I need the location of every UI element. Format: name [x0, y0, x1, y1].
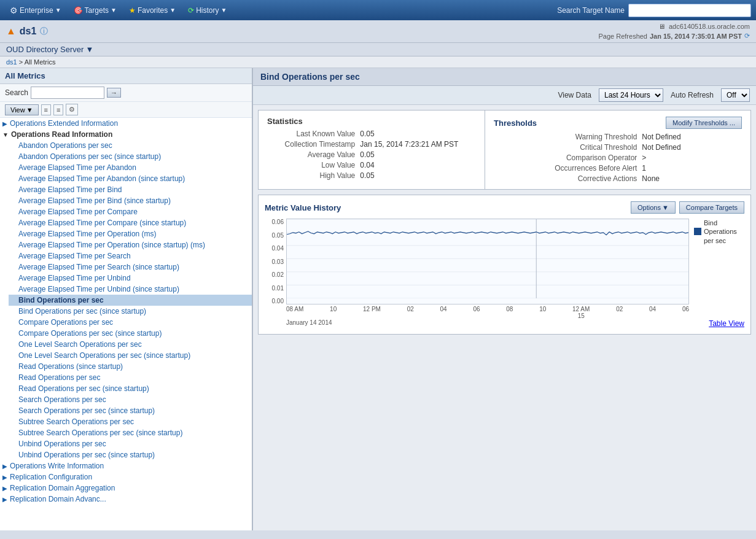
ops-extended-label: Operations Extended Information	[10, 119, 118, 128]
chart-area: 0.06 0.05 0.04 0.03 0.02 0.01 0.00	[265, 219, 744, 304]
warning-value: Not Defined	[642, 133, 742, 141]
favorites-label: Favorites	[138, 6, 168, 15]
nav-enterprise[interactable]: ⚙ Enterprise ▼	[5, 4, 66, 17]
tree-group-operations-extended[interactable]: ▶ Operations Extended Information	[0, 118, 252, 129]
tree-group-replication-domain[interactable]: ▶ Replication Domain Aggregation	[0, 483, 252, 494]
view-data-select[interactable]: Last 24 Hours Last 7 Days Last 31 Days	[599, 88, 663, 102]
tree-item[interactable]: Average Elapsed Time per Abandon (since …	[9, 173, 252, 184]
table-view-anchor[interactable]: Table View	[709, 319, 744, 328]
server-hostname-text: adc6140518.us.oracle.com	[669, 23, 750, 30]
options-btn-label: Options	[637, 204, 661, 211]
tree-item[interactable]: Read Operations (since startup)	[9, 361, 252, 372]
favorites-icon: ★	[129, 6, 136, 15]
tree-item[interactable]: Average Elapsed Time per Bind	[9, 184, 252, 195]
nav-favorites[interactable]: ★ Favorites ▼	[124, 4, 181, 17]
tree-item-selected[interactable]: Bind Operations per sec	[9, 295, 252, 306]
tree-item[interactable]: Search Operations per sec	[9, 394, 252, 405]
tree-item[interactable]: Average Elapsed Time per Bind (since sta…	[9, 195, 252, 206]
y-label-0.06: 0.06	[272, 219, 284, 225]
top-navigation: ⚙ Enterprise ▼ 🎯 Targets ▼ ★ Favorites ▼…	[0, 0, 756, 20]
occurrences-value: 1	[642, 164, 742, 173]
arrow-repl-domain: ▶	[2, 485, 7, 492]
modify-thresholds-button[interactable]: Modify Thresholds ...	[666, 117, 742, 129]
tree-item[interactable]: One Level Search Operations per sec	[9, 339, 252, 350]
tree-item[interactable]: Average Elapsed Time per Abandon	[9, 162, 252, 173]
threshold-grid: Warning Threshold Not Defined Critical T…	[494, 133, 742, 183]
tree-group-replication-domain-adv[interactable]: ▶ Replication Domain Advanc...	[0, 494, 252, 505]
repl-config-label: Replication Configuration	[10, 473, 92, 481]
search-go-button[interactable]: →	[107, 88, 121, 98]
auto-refresh-select[interactable]: Off On	[721, 88, 750, 102]
tree-item[interactable]: Average Elapsed Time per Unbind	[9, 273, 252, 284]
tree-item[interactable]: Abandon Operations per sec (since startu…	[9, 151, 252, 162]
x-label-02b: 02	[616, 306, 623, 319]
history-arrow: ▼	[220, 7, 227, 14]
refresh-icon[interactable]: ⟳	[744, 32, 750, 40]
search-row: Search →	[0, 84, 252, 102]
arrow-ops-extended: ▶	[2, 120, 7, 127]
x-axis-labels: 08 AM 10 12 PM 02 04 06 08 10 12 AM15 02…	[286, 304, 689, 319]
sub-header: OUD Directory Server ▼	[0, 43, 756, 56]
chart-svg	[287, 219, 688, 298]
tree-item[interactable]: Read Operations per sec (since startup)	[9, 383, 252, 394]
tree-item[interactable]: Compare Operations per sec	[9, 317, 252, 328]
tree-item[interactable]: Average Elapsed Time per Search (since s…	[9, 262, 252, 273]
options-button[interactable]: Options ▼	[631, 201, 676, 214]
tree-item[interactable]: Unbind Operations per sec	[9, 438, 252, 449]
corrective-label: Corrective Actions	[494, 174, 637, 183]
statistics-grid: Last Known Value 0.05 Collection Timesta…	[267, 130, 476, 180]
tree-item[interactable]: Unbind Operations per sec (since startup…	[9, 449, 252, 460]
thresholds-header: Thresholds Modify Thresholds ...	[494, 117, 742, 129]
tree-item[interactable]: Read Operations per sec	[9, 372, 252, 383]
info-icon[interactable]: ⓘ	[40, 26, 48, 37]
collapse-all-button[interactable]: ≡	[53, 104, 63, 115]
tree-group-operations-write[interactable]: ▶ Operations Write Information	[0, 460, 252, 471]
expand-all-button[interactable]: ≡	[41, 104, 51, 115]
legend-label: BindOperationsper sec	[704, 219, 737, 245]
tree-item[interactable]: Abandon Operations per sec	[9, 140, 252, 151]
thresholds-box: Thresholds Modify Thresholds ... Warning…	[485, 110, 751, 190]
refresh-info: Page Refreshed Jan 15, 2014 7:35:01 AM P…	[598, 32, 750, 40]
header-right: 🖥 adc6140518.us.oracle.com Page Refreshe…	[598, 23, 750, 40]
tree-item[interactable]: Average Elapsed Time per Operation (sinc…	[9, 239, 252, 250]
y-label-0.04: 0.04	[272, 245, 284, 252]
server-hostname: 🖥 adc6140518.us.oracle.com	[658, 23, 750, 30]
right-panel: Bind Operations per sec View Data Last 2…	[253, 68, 756, 530]
legend-item: BindOperationsper sec	[694, 219, 737, 245]
tree-item[interactable]: Average Elapsed Time per Operation (ms)	[9, 228, 252, 239]
tree-item[interactable]: Subtree Search Operations per sec (since…	[9, 427, 252, 438]
tree-item[interactable]: Average Elapsed Time per Search	[9, 250, 252, 262]
auto-refresh-label: Auto Refresh	[671, 91, 714, 99]
tree-item[interactable]: Compare Operations per sec (since startu…	[9, 328, 252, 339]
tree-item[interactable]: Search Operations per sec (since startup…	[9, 405, 252, 416]
statistics-box: Statistics Last Known Value 0.05 Collect…	[258, 110, 485, 190]
search-target-input[interactable]	[628, 4, 751, 17]
tree-item[interactable]: Bind Operations per sec (since startup)	[9, 306, 252, 317]
tree-item[interactable]: Subtree Search Operations per sec	[9, 416, 252, 427]
arrow-repl-domain-adv: ▶	[2, 496, 7, 503]
search-input[interactable]	[31, 87, 104, 99]
tree-group-replication-config[interactable]: ▶ Replication Configuration	[0, 471, 252, 483]
x-label-08am: 08 AM	[286, 306, 303, 319]
tree-item[interactable]: Average Elapsed Time per Compare	[9, 206, 252, 217]
arrow-ops-read: ▼	[2, 131, 9, 138]
oud-label[interactable]: OUD Directory Server ▼	[6, 45, 93, 54]
options-icon-button[interactable]: ⚙	[66, 104, 78, 115]
tree-list: ▶ Operations Extended Information ▼ Oper…	[0, 118, 252, 530]
nav-targets[interactable]: 🎯 Targets ▼	[69, 4, 122, 17]
collection-ts-value: Jan 15, 2014 7:23:21 AM PST	[360, 140, 476, 149]
nav-history[interactable]: ⟳ History ▼	[183, 4, 232, 17]
stats-thresholds-row: Statistics Last Known Value 0.05 Collect…	[258, 110, 751, 190]
left-panel: All Metrics Search → View ▼ ≡ ≡ ⚙ ▶ Oper…	[0, 68, 253, 530]
view-button[interactable]: View ▼	[5, 104, 39, 115]
tree-group-operations-read[interactable]: ▼ Operations Read Information	[0, 129, 252, 140]
toolbar-row: View ▼ ≡ ≡ ⚙	[0, 102, 252, 118]
tree-item[interactable]: Average Elapsed Time per Unbind (since s…	[9, 284, 252, 295]
tree-item[interactable]: Average Elapsed Time per Compare (since …	[9, 217, 252, 228]
compare-targets-button[interactable]: Compare Targets	[679, 201, 744, 214]
enterprise-icon: ⚙	[10, 6, 18, 15]
tree-item[interactable]: One Level Search Operations per sec (sin…	[9, 350, 252, 361]
breadcrumb-ds1-link[interactable]: ds1	[6, 58, 17, 66]
comparison-label: Comparison Operator	[494, 153, 637, 162]
high-label: High Value	[267, 171, 355, 180]
